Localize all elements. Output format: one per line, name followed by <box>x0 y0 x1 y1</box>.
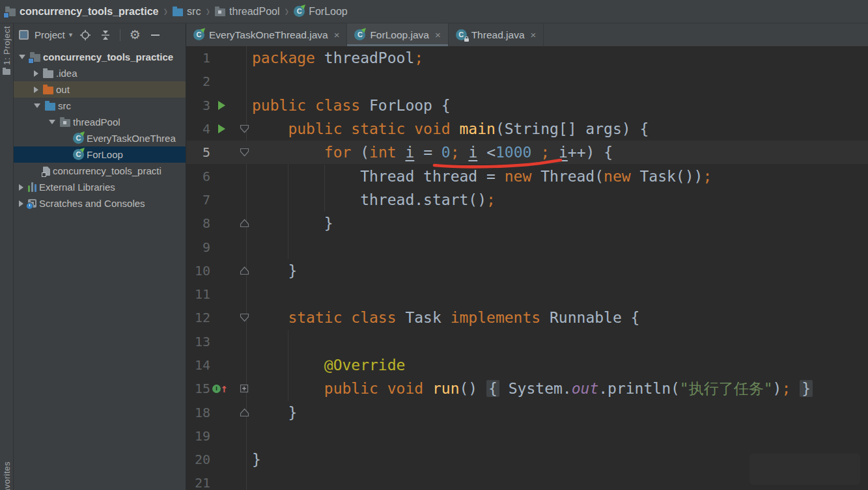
project-folder-icon <box>5 8 16 16</box>
fold-end-marker[interactable] <box>240 266 249 275</box>
toolwindow-button-project[interactable]: 1: Project <box>0 26 13 75</box>
module-file-icon <box>43 167 50 176</box>
tree-item[interactable]: concurrency_tools_practice <box>14 49 186 65</box>
java-class-icon: C <box>294 6 305 17</box>
tree-item[interactable]: .idea <box>14 65 186 81</box>
fold-start-marker[interactable] <box>240 124 249 133</box>
code-line[interactable]: 7 thread.start(); <box>186 188 868 211</box>
project-tree: concurrency_tools_practice.ideaoutsrcthr… <box>14 46 186 211</box>
package-icon <box>215 8 225 16</box>
breadcrumb-item[interactable]: concurrency_tools_practice <box>5 6 158 18</box>
tree-item-label: .idea <box>56 68 77 79</box>
code-text: static class Task implements Runnable { <box>252 309 639 326</box>
header-divider <box>120 29 120 41</box>
navigate-up-arrow-icon[interactable]: ↑ <box>221 383 228 394</box>
code-line[interactable]: 3public class ForLoop { <box>186 94 868 117</box>
code-text: @Override <box>252 357 405 374</box>
project-panel-title[interactable]: Project <box>35 29 65 40</box>
code-line[interactable]: 13 <box>186 330 868 353</box>
line-number: 11 <box>186 286 210 302</box>
close-tab-icon[interactable]: × <box>531 29 537 40</box>
toolwindow-button-favorites[interactable]: Favorites <box>0 461 13 490</box>
code-line[interactable]: 1package threadPool; <box>186 46 868 70</box>
breadcrumb-item[interactable]: CForLoop <box>294 6 348 18</box>
code-line[interactable]: 15I↑ public void run() { System.out.prin… <box>186 377 868 400</box>
tree-expand-arrow-icon[interactable] <box>34 70 38 77</box>
tree-item[interactable]: CEveryTaskOneThrea <box>14 130 186 146</box>
breadcrumb-separator: › <box>285 3 288 21</box>
fold-end-marker[interactable] <box>240 408 249 417</box>
tree-item[interactable]: src <box>14 98 186 114</box>
code-line[interactable]: 9 <box>186 235 868 258</box>
code-line[interactable]: 8 } <box>186 211 868 235</box>
code-line[interactable]: 10 } <box>186 259 868 282</box>
line-number: 6 <box>186 169 210 184</box>
breadcrumb-separator: › <box>206 3 210 21</box>
code-editor[interactable]: 1package threadPool;23public class ForLo… <box>186 46 868 490</box>
tree-item[interactable]: concurrency_tools_practi <box>14 163 186 179</box>
collapse-all-button[interactable] <box>98 28 113 42</box>
run-gutter-icon[interactable] <box>218 101 225 110</box>
editor-tab[interactable]: CEveryTaskOneThread.java× <box>186 23 347 46</box>
tree-item[interactable]: out <box>14 81 186 98</box>
close-tab-icon[interactable]: × <box>334 29 340 40</box>
tree-expand-arrow-icon[interactable] <box>19 200 23 207</box>
fold-start-marker[interactable] <box>240 313 249 322</box>
close-tab-icon[interactable]: × <box>435 29 441 40</box>
chevron-down-icon[interactable]: ▾ <box>69 31 73 39</box>
package-icon <box>60 119 70 127</box>
tree-item-label: out <box>56 84 70 95</box>
code-line[interactable]: 4 public static void main(String[] args)… <box>186 117 868 141</box>
locate-file-button[interactable] <box>78 28 92 42</box>
gutter-icons <box>210 101 236 110</box>
code-text: } <box>252 404 297 421</box>
implementing-method-icon[interactable]: I <box>212 385 221 393</box>
tree-item-label: EveryTaskOneThrea <box>87 133 176 144</box>
breadcrumb-item[interactable]: src <box>173 6 201 18</box>
breadcrumb-item[interactable]: threadPool <box>215 6 279 18</box>
tree-item[interactable]: External Libraries <box>14 179 186 195</box>
tree-expand-arrow-icon[interactable] <box>19 184 23 191</box>
folder-icon <box>43 70 53 78</box>
fold-gutter <box>236 219 252 228</box>
project-panel: Project ▾ ⚙ concurrency_tools_practice.i… <box>14 23 186 490</box>
tree-expand-arrow-icon[interactable] <box>34 103 40 108</box>
fold-gutter <box>236 124 252 133</box>
project-panel-header: Project ▾ ⚙ <box>14 23 186 46</box>
project-folder-icon <box>30 54 40 62</box>
tree-item[interactable]: Scratches and Consoles <box>14 195 186 211</box>
code-line[interactable]: 18 } <box>186 400 868 424</box>
code-line[interactable]: 14 @Override <box>186 353 868 377</box>
line-number: 12 <box>186 310 210 325</box>
tree-expand-arrow-icon[interactable] <box>49 120 55 124</box>
tree-item-label: src <box>58 100 71 111</box>
tree-expand-arrow-icon[interactable] <box>19 55 25 59</box>
fold-gutter <box>236 313 252 322</box>
code-line[interactable]: 19 <box>186 424 868 448</box>
hide-panel-button[interactable] <box>148 28 162 42</box>
code-line[interactable]: 12 static class Task implements Runnable… <box>186 306 868 329</box>
line-number: 1 <box>186 50 210 66</box>
code-line[interactable]: 2 <box>186 70 868 93</box>
fold-end-marker[interactable] <box>240 219 249 228</box>
expand-folded-region-icon[interactable] <box>240 384 249 393</box>
tree-item[interactable]: threadPool <box>14 114 186 130</box>
code-text: package threadPool; <box>252 49 423 66</box>
settings-gear-icon[interactable]: ⚙ <box>128 28 142 42</box>
tree-item[interactable]: CForLoop <box>14 146 186 163</box>
tree-item-label: External Libraries <box>39 182 115 193</box>
line-number: 10 <box>186 263 210 279</box>
excluded-folder-icon <box>43 87 53 94</box>
editor-tab[interactable]: CThread.java× <box>449 23 544 46</box>
red-underline-annotation <box>432 159 564 170</box>
breadcrumb-label: src <box>187 6 201 18</box>
fold-gutter <box>236 384 252 393</box>
code-line[interactable]: 11 <box>186 282 868 306</box>
fold-start-marker[interactable] <box>240 148 249 157</box>
editor-tab[interactable]: CForLoop.java× <box>347 23 448 46</box>
tree-expand-arrow-icon[interactable] <box>34 87 38 93</box>
line-number: 19 <box>186 428 210 444</box>
breadcrumb-separator: › <box>163 3 167 21</box>
run-gutter-icon[interactable] <box>218 124 225 133</box>
fold-gutter <box>236 408 252 417</box>
